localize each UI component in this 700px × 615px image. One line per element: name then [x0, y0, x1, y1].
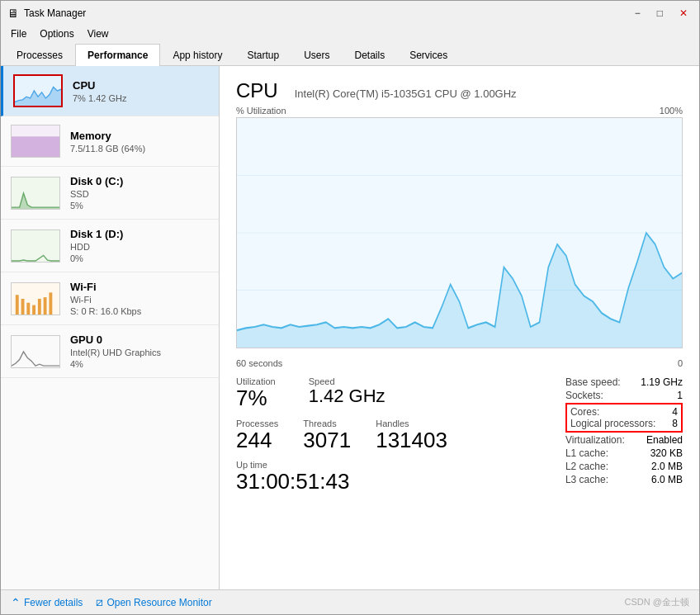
sidebar-item-memory[interactable]: Memory 7.5/11.8 GB (64%): [1, 116, 219, 167]
sidebar-item-gpu-info: GPU 0 Intel(R) UHD Graphics 4%: [70, 334, 209, 369]
sidebar-item-wifi-name: Wi-Fi: [70, 281, 209, 293]
uptime-value: 31:00:51:43: [236, 470, 565, 494]
main-title: CPU: [236, 79, 278, 102]
stat-l3: L3 cache: 6.0 MB: [565, 474, 683, 485]
sidebar-item-memory-info: Memory 7.5/11.8 GB (64%): [70, 130, 209, 154]
sidebar-item-memory-sub: 7.5/11.8 GB (64%): [70, 144, 209, 154]
close-button[interactable]: ✕: [674, 6, 693, 21]
sidebar-item-disk1-type: HDD: [70, 242, 209, 252]
stat-l2: L2 cache: 2.0 MB: [565, 461, 683, 472]
tab-services[interactable]: Services: [397, 44, 460, 66]
l3-label: L3 cache:: [565, 474, 608, 485]
sidebar: CPU 7% 1.42 GHz Memory 7.5/11.8 GB (64%): [1, 66, 220, 589]
sidebar-item-gpu-type: Intel(R) UHD Graphics: [70, 348, 209, 357]
menu-bar: File Options View: [1, 24, 699, 44]
resource-monitor-icon: ⧄: [96, 595, 103, 609]
bottom-left: ⌃ Fewer details ⧄ Open Resource Monitor: [11, 595, 212, 609]
stat-base-speed: Base speed: 1.19 GHz: [565, 376, 683, 388]
sidebar-item-wifi[interactable]: Wi-Fi Wi-Fi S: 0 R: 16.0 Kbps: [1, 272, 219, 325]
svg-rect-14: [49, 292, 52, 315]
tab-app-history[interactable]: App history: [160, 44, 234, 66]
svg-rect-15: [12, 336, 59, 367]
sidebar-chart-disk1: [11, 229, 60, 263]
title-bar-controls: − □ ✕: [630, 6, 693, 21]
svg-rect-10: [26, 302, 30, 314]
stat-uptime: Up time 31:00:51:43: [236, 460, 565, 494]
l1-label: L1 cache:: [565, 447, 608, 459]
sidebar-item-wifi-speed: S: 0 R: 16.0 Kbps: [70, 306, 209, 316]
sidebar-item-gpu[interactable]: GPU 0 Intel(R) UHD Graphics 4%: [1, 325, 219, 378]
svg-rect-13: [44, 297, 47, 315]
menu-view[interactable]: View: [81, 26, 116, 42]
sidebar-item-memory-name: Memory: [70, 130, 209, 142]
sidebar-item-cpu-sub: 7% 1.42 GHz: [73, 93, 209, 103]
fewer-details-link[interactable]: ⌃ Fewer details: [11, 596, 83, 609]
l2-label: L2 cache:: [565, 461, 608, 472]
sidebar-item-disk1-info: Disk 1 (D:) HDD 0%: [70, 228, 209, 263]
virtualization-label: Virtualization:: [565, 434, 625, 446]
l3-value: 6.0 MB: [651, 474, 683, 485]
maximize-button[interactable]: □: [652, 6, 668, 21]
stat-speed: Speed 1.42 GHz: [309, 376, 385, 410]
base-speed-label: Base speed:: [565, 376, 621, 388]
stat-sockets: Sockets: 1: [565, 390, 683, 401]
content-area: CPU 7% 1.42 GHz Memory 7.5/11.8 GB (64%): [1, 66, 699, 589]
sidebar-item-disk1-pct: 0%: [70, 253, 209, 263]
sidebar-item-disk0-type: SSD: [70, 189, 209, 199]
svg-rect-3: [12, 136, 59, 157]
main-subtitle: Intel(R) Core(TM) i5-1035G1 CPU @ 1.00GH…: [295, 88, 517, 100]
sidebar-item-gpu-pct: 4%: [70, 359, 209, 369]
chart-y-labels: % Utilization 100%: [236, 106, 683, 116]
main-panel: CPU Intel(R) Core(TM) i5-1035G1 CPU @ 1.…: [220, 66, 699, 589]
sidebar-item-disk0[interactable]: Disk 0 (C:) SSD 5%: [1, 167, 219, 220]
threads-value: 3071: [303, 428, 351, 452]
right-stats: Base speed: 1.19 GHz Sockets: 1 Cores: 4: [565, 376, 683, 494]
processes-label: Processes: [236, 419, 278, 428]
base-speed-value: 1.19 GHz: [641, 376, 683, 388]
stat-logical-processors: Logical processors: 8: [570, 418, 678, 429]
cores-value: 4: [672, 406, 678, 418]
utilization-value: 7%: [236, 386, 276, 410]
processes-value: 244: [236, 428, 278, 452]
sidebar-item-disk1[interactable]: Disk 1 (D:) HDD 0%: [1, 220, 219, 272]
sidebar-item-gpu-name: GPU 0: [70, 334, 209, 346]
sidebar-item-disk1-name: Disk 1 (D:): [70, 228, 209, 240]
menu-options[interactable]: Options: [33, 26, 80, 42]
stat-handles: Handles 131403: [376, 419, 447, 452]
tab-startup[interactable]: Startup: [234, 44, 291, 66]
logical-processors-value: 8: [672, 418, 678, 429]
chart-time-labels: 60 seconds 0: [236, 358, 683, 368]
minimize-button[interactable]: −: [630, 6, 646, 21]
chart-time-right: 0: [678, 358, 683, 368]
chevron-up-icon: ⌃: [11, 596, 21, 609]
watermark: CSDN @金士顿: [625, 596, 689, 608]
tab-details[interactable]: Details: [342, 44, 397, 66]
tab-processes[interactable]: Processes: [4, 44, 75, 66]
menu-file[interactable]: File: [4, 26, 33, 42]
stat-cores: Cores: 4: [570, 406, 678, 418]
sidebar-item-disk0-pct: 5%: [70, 201, 209, 211]
svg-rect-6: [12, 230, 59, 262]
sidebar-chart-gpu: [11, 335, 60, 368]
sidebar-item-disk0-name: Disk 0 (C:): [70, 175, 209, 187]
tab-bar: Processes Performance App history Startu…: [1, 44, 699, 66]
sidebar-item-wifi-type: Wi-Fi: [70, 295, 209, 305]
virtualization-value: Enabled: [646, 434, 683, 446]
fewer-details-label: Fewer details: [24, 597, 83, 608]
sidebar-item-cpu[interactable]: CPU 7% 1.42 GHz: [1, 66, 219, 116]
handles-value: 131403: [376, 428, 447, 452]
tab-performance[interactable]: Performance: [75, 44, 160, 66]
resource-monitor-link[interactable]: ⧄ Open Resource Monitor: [96, 595, 211, 609]
title-bar: 🖥 Task Manager − □ ✕: [1, 1, 699, 24]
main-header: CPU Intel(R) Core(TM) i5-1035G1 CPU @ 1.…: [236, 79, 683, 102]
cores-label: Cores:: [570, 406, 599, 418]
handles-label: Handles: [376, 419, 447, 428]
l1-value: 320 KB: [650, 447, 683, 459]
chart-y-label-left: % Utilization: [236, 106, 286, 116]
sidebar-item-cpu-name: CPU: [73, 79, 209, 92]
stat-utilization: Utilization 7%: [236, 376, 276, 410]
threads-label: Threads: [303, 419, 351, 428]
tab-users[interactable]: Users: [291, 44, 342, 66]
sidebar-chart-wifi: [11, 282, 60, 315]
sidebar-item-disk0-info: Disk 0 (C:) SSD 5%: [70, 175, 209, 211]
